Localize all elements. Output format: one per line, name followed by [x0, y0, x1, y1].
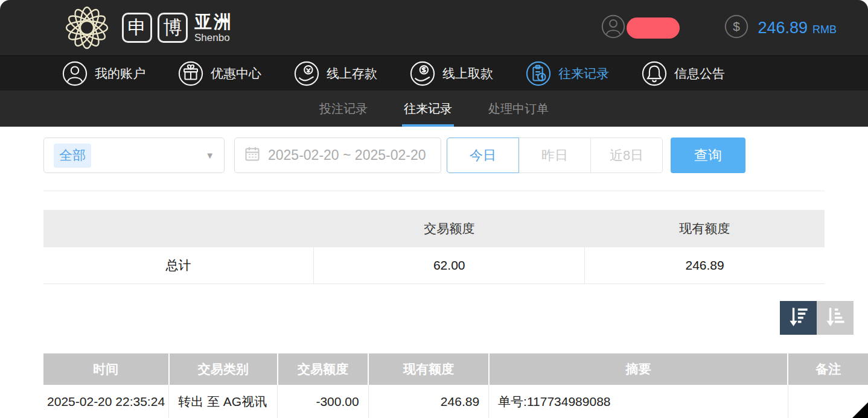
summary-header-transaction-amount: 交易额度 [314, 210, 585, 247]
records-table: 时间 交易类别 交易额度 现有额度 摘要 备注 2025-02-20 22:35… [43, 353, 868, 418]
nav-label: 优惠中心 [211, 65, 261, 82]
top-header: 申 博 亚洲 Shenbo [0, 0, 868, 55]
date-range-input[interactable]: 2025-02-20 ~ 2025-02-20 [234, 138, 441, 173]
summary-table: 交易额度 现有额度 总计 62.00 246.89 [43, 210, 825, 284]
bell-icon [642, 61, 667, 86]
summary-total-current-balance: 246.89 [585, 247, 825, 283]
avatar-icon [601, 14, 625, 41]
tab-label: 处理中订单 [488, 101, 549, 117]
today-label: 今日 [470, 147, 496, 165]
yesterday-label: 昨日 [541, 147, 568, 165]
coin-dollar-icon: $ [724, 14, 748, 41]
logo-char-2: 博 [164, 15, 182, 40]
nav-item-promotions[interactable]: 优惠中心 [178, 61, 261, 86]
logo-region: 亚洲 Shenbo [194, 13, 233, 43]
balance-amount: 246.89 [758, 19, 808, 37]
filter-bar: 全部 ▼ 2025-02-20 ~ 2025-02-20 今日 昨日 近8日 [43, 138, 825, 173]
user-account[interactable] [601, 14, 680, 41]
summary-header-empty [43, 210, 314, 247]
logo-char-box-2: 博 [158, 13, 188, 43]
tab-label: 往来记录 [404, 101, 452, 117]
nav-label: 线上取款 [442, 65, 493, 82]
record-transaction-amount: -300.00 [278, 385, 368, 418]
deposit-icon [294, 61, 319, 86]
records-header-row: 时间 交易类别 交易额度 现有额度 摘要 备注 [43, 353, 868, 385]
records-header-time: 时间 [43, 353, 169, 385]
nav-item-deposit[interactable]: 线上存款 [294, 61, 377, 86]
flower-logo-icon [59, 2, 115, 54]
calendar-icon [244, 146, 260, 165]
records-header-transaction-amount: 交易额度 [278, 353, 368, 385]
section-divider [43, 191, 825, 191]
record-current-balance: 246.89 [368, 385, 488, 418]
nav-label: 往来记录 [558, 65, 609, 82]
chevron-down-icon: ▼ [205, 150, 214, 160]
summary-total-label: 总计 [43, 247, 314, 283]
tab-betting-records[interactable]: 投注记录 [318, 90, 369, 127]
withdraw-icon [410, 61, 435, 86]
sort-ascending-icon [825, 306, 846, 329]
table-row: 2025-02-20 22:35:24 转出 至 AG视讯 -300.00 24… [43, 385, 868, 418]
nav-label: 线上存款 [327, 65, 377, 82]
summary-total-transaction-amount: 62.00 [314, 247, 585, 283]
logo-char-1: 申 [128, 15, 147, 40]
summary-header-row: 交易额度 现有额度 [43, 210, 825, 247]
sort-descending-button[interactable] [780, 301, 817, 335]
record-type: 转出 至 AG视讯 [169, 385, 278, 418]
search-button[interactable]: 查询 [671, 138, 745, 173]
logo-name-en: Shenbo [194, 33, 233, 43]
tab-transaction-records[interactable]: 往来记录 [402, 90, 454, 127]
summary-header-current-balance: 现有额度 [585, 210, 825, 247]
gift-icon [178, 61, 203, 86]
content-area: 全部 ▼ 2025-02-20 ~ 2025-02-20 今日 昨日 近8日 [0, 138, 868, 418]
selected-type-chip: 全部 [54, 144, 91, 168]
nav-item-my-account[interactable]: 我的账户 [62, 61, 145, 86]
last-8-days-label: 近8日 [610, 147, 643, 165]
nav-item-announcements[interactable]: 信息公告 [642, 61, 725, 86]
records-header-type: 交易类别 [169, 353, 278, 385]
brand-logo[interactable]: 申 博 亚洲 Shenbo [59, 2, 233, 54]
sort-descending-icon [788, 306, 809, 329]
svg-text:$: $ [733, 19, 741, 33]
last-8-days-button[interactable]: 近8日 [590, 138, 663, 173]
record-summary: 单号:117734989088 [489, 385, 788, 418]
today-button[interactable]: 今日 [447, 138, 519, 173]
wallet-balance[interactable]: $ 246.89 RMB [724, 14, 837, 41]
balance-currency: RMB [812, 24, 837, 36]
sort-ascending-button[interactable] [817, 301, 854, 335]
tab-label: 投注记录 [319, 101, 368, 117]
page: 申 博 亚洲 Shenbo [0, 0, 868, 418]
record-time: 2025-02-20 22:35:24 [43, 385, 169, 418]
quick-date-group: 今日 昨日 近8日 [447, 138, 663, 173]
records-header-current-balance: 现有额度 [368, 353, 488, 385]
records-header-summary: 摘要 [489, 353, 788, 385]
records-header-remark: 备注 [788, 353, 868, 385]
nav-label: 我的账户 [95, 65, 145, 82]
sort-controls [43, 301, 854, 335]
nav-item-transaction-records[interactable]: 往来记录 [526, 61, 609, 86]
main-nav: 我的账户 优惠中心 [0, 55, 868, 90]
yesterday-button[interactable]: 昨日 [519, 138, 591, 173]
tab-processing-orders[interactable]: 处理中订单 [487, 90, 550, 127]
summary-total-row: 总计 62.00 246.89 [43, 247, 825, 283]
back-to-top-corner[interactable] [852, 402, 868, 418]
nav-item-withdraw[interactable]: 线上取款 [410, 61, 493, 86]
records-icon [526, 61, 551, 86]
username-pill [627, 17, 680, 39]
user-icon [62, 61, 88, 86]
sub-tabs: 投注记录 往来记录 处理中订单 [0, 90, 868, 127]
date-range-value: 2025-02-20 ~ 2025-02-20 [268, 147, 426, 163]
type-select[interactable]: 全部 ▼ [43, 138, 225, 173]
logo-char-box-1: 申 [122, 13, 152, 43]
account-summary: $ 246.89 RMB [601, 0, 837, 55]
logo-region-cn: 亚洲 [194, 13, 233, 31]
nav-label: 信息公告 [674, 65, 725, 82]
